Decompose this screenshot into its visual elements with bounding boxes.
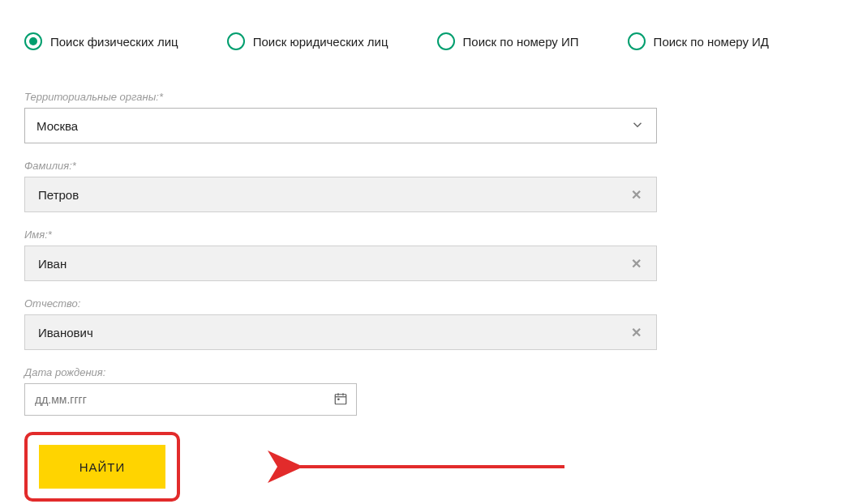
radio-icon <box>227 32 245 50</box>
lastname-input[interactable] <box>36 187 628 203</box>
field-region: Территориальные органы:* Москва <box>24 91 657 143</box>
firstname-label: Имя:* <box>24 229 657 241</box>
patronymic-input-wrap: ✕ <box>24 314 657 350</box>
field-firstname: Имя:* ✕ <box>24 229 657 281</box>
clear-icon[interactable]: ✕ <box>628 256 645 271</box>
tab-individuals[interactable]: Поиск физических лиц <box>24 32 178 50</box>
search-type-tabs: Поиск физических лиц Поиск юридических л… <box>24 32 843 50</box>
radio-icon <box>437 32 455 50</box>
field-birthdate: Дата рождения: <box>24 366 657 416</box>
tab-id-number[interactable]: Поиск по номеру ИД <box>628 32 769 50</box>
chevron-down-icon <box>630 117 645 135</box>
tab-label: Поиск физических лиц <box>50 35 178 49</box>
lastname-label: Фамилия:* <box>24 160 657 172</box>
radio-icon <box>628 32 646 50</box>
region-label: Территориальные органы:* <box>24 91 657 103</box>
lastname-input-wrap: ✕ <box>24 177 657 212</box>
calendar-icon[interactable] <box>333 391 348 408</box>
arrow-annotation-icon <box>204 451 657 483</box>
tab-ip-number[interactable]: Поиск по номеру ИП <box>437 32 579 50</box>
tab-label: Поиск по номеру ИП <box>463 35 579 49</box>
patronymic-label: Отчество: <box>24 297 657 310</box>
clear-icon[interactable]: ✕ <box>628 325 645 340</box>
svg-point-4 <box>338 399 340 400</box>
search-form: Территориальные органы:* Москва Фамилия:… <box>24 91 657 502</box>
tab-label: Поиск по номеру ИД <box>654 35 769 49</box>
firstname-input[interactable] <box>36 256 628 271</box>
region-value: Москва <box>36 119 78 133</box>
field-patronymic: Отчество: ✕ <box>24 297 657 350</box>
radio-icon <box>24 32 42 50</box>
birthdate-label: Дата рождения: <box>24 366 657 378</box>
clear-icon[interactable]: ✕ <box>628 187 645 203</box>
svg-rect-0 <box>335 394 346 404</box>
tab-label: Поиск юридических лиц <box>253 35 388 49</box>
tab-legal-entities[interactable]: Поиск юридических лиц <box>227 32 388 50</box>
highlight-annotation: НАЙТИ <box>24 432 180 502</box>
field-lastname: Фамилия:* ✕ <box>24 160 657 212</box>
birthdate-input[interactable] <box>33 392 333 407</box>
birthdate-input-wrap <box>24 383 357 416</box>
region-select[interactable]: Москва <box>24 108 657 143</box>
submit-row: НАЙТИ <box>24 432 657 502</box>
find-button[interactable]: НАЙТИ <box>39 445 165 489</box>
firstname-input-wrap: ✕ <box>24 246 657 281</box>
patronymic-input[interactable] <box>36 325 628 340</box>
